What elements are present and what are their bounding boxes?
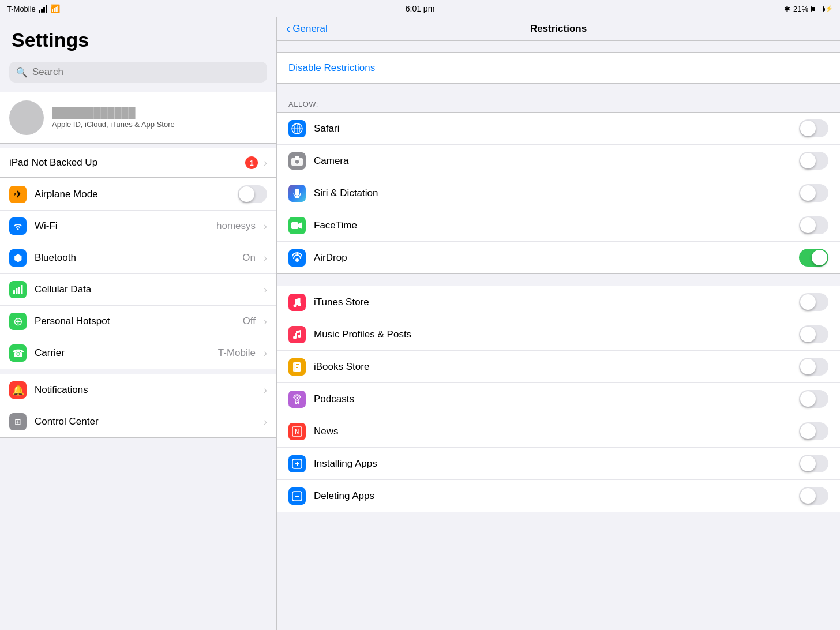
airdrop-icon — [288, 249, 306, 267]
carrier-icon: ☎ — [9, 344, 27, 362]
disable-restrictions-row[interactable]: Disable Restrictions — [277, 53, 840, 83]
deleting-apps-toggle[interactable] — [799, 487, 828, 505]
bluetooth-icon: ✱ — [784, 5, 790, 13]
nav-back-button[interactable]: ‹ General — [286, 21, 328, 36]
backup-badge: 1 — [245, 156, 258, 169]
settings-item-bluetooth[interactable]: ⬢ Bluetooth On › — [0, 242, 276, 274]
control-center-icon: ⊞ — [9, 413, 27, 430]
search-bar[interactable]: 🔍 — [9, 62, 267, 82]
restriction-item-camera[interactable]: Camera — [277, 145, 840, 177]
ibooks-label: iBooks Store — [314, 361, 791, 373]
svg-text:N: N — [295, 429, 299, 435]
airplane-toggle[interactable] — [238, 185, 267, 203]
restrictions-panel: ‹ General Restrictions Disable Restricti… — [277, 17, 840, 630]
music-icon — [288, 326, 306, 343]
installing-apps-toggle[interactable] — [799, 455, 828, 472]
safari-label: Safari — [314, 123, 791, 134]
cellular-icon — [9, 281, 27, 298]
search-input[interactable] — [32, 66, 260, 78]
carrier-label: T-Mobile — [7, 5, 36, 13]
settings-item-control-center[interactable]: ⊞ Control Center › — [0, 406, 276, 437]
installing-apps-icon — [288, 455, 306, 472]
deleting-apps-icon — [288, 487, 306, 505]
safari-toggle[interactable] — [799, 119, 828, 137]
restriction-item-airdrop[interactable]: AirDrop — [277, 242, 840, 273]
profile-info: ████████████ Apple ID, iCloud, iTunes & … — [52, 107, 267, 129]
settings-item-carrier[interactable]: ☎ Carrier T-Mobile › — [0, 337, 276, 369]
settings-group-network: ✈ Airplane Mode Wi-Fi homesys › ⬢ Blueto… — [0, 178, 276, 369]
restriction-item-podcasts[interactable]: Podcasts — [277, 383, 840, 415]
svg-rect-16 — [291, 222, 298, 229]
svg-point-18 — [295, 258, 299, 262]
restriction-item-itunes[interactable]: iTunes Store — [277, 286, 840, 318]
profile-name: ████████████ — [52, 107, 267, 119]
siri-toggle[interactable] — [799, 184, 828, 202]
news-label: News — [314, 426, 791, 437]
hotspot-value: Off — [243, 316, 256, 327]
carrier-settings-value: T-Mobile — [218, 347, 256, 359]
restriction-item-deleting-apps[interactable]: Deleting Apps — [277, 480, 840, 512]
news-toggle[interactable] — [799, 422, 828, 440]
airdrop-label: AirDrop — [314, 252, 791, 264]
status-right: ✱ 21% ⚡ — [784, 5, 833, 13]
settings-item-notifications[interactable]: 🔔 Notifications › — [0, 374, 276, 406]
nav-bar: ‹ General Restrictions — [277, 17, 840, 41]
allow-section-header: ALLOW: — [277, 95, 840, 112]
settings-item-wifi[interactable]: Wi-Fi homesys › — [0, 211, 276, 242]
camera-toggle[interactable] — [799, 152, 828, 170]
hotspot-chevron: › — [264, 316, 267, 328]
wifi-label: Wi-Fi — [35, 220, 208, 232]
restriction-item-ibooks[interactable]: iBooks Store — [277, 351, 840, 383]
settings-panel: Settings 🔍 ████████████ Apple ID, iCloud… — [0, 17, 277, 630]
airplane-icon: ✈ — [9, 186, 27, 203]
store-items-group: iTunes Store Music Profiles — [277, 286, 840, 512]
wifi-icon: 📶 — [50, 4, 60, 13]
backup-row[interactable]: iPad Not Backed Up 1 › — [0, 148, 276, 178]
itunes-toggle[interactable] — [799, 293, 828, 311]
disable-restrictions-link[interactable]: Disable Restrictions — [288, 62, 375, 73]
signal-bar-2 — [41, 9, 43, 13]
disable-restrictions-group: Disable Restrictions — [277, 52, 840, 84]
control-center-chevron: › — [264, 416, 267, 428]
hotspot-icon: ⊕ — [9, 313, 27, 330]
restriction-item-installing-apps[interactable]: Installing Apps — [277, 448, 840, 480]
search-icon: 🔍 — [16, 67, 28, 78]
svg-marker-17 — [298, 222, 302, 229]
backup-label: iPad Not Backed Up — [9, 157, 239, 168]
siri-icon — [288, 185, 306, 202]
settings-item-airplane[interactable]: ✈ Airplane Mode — [0, 178, 276, 211]
signal-bars — [39, 5, 47, 13]
control-center-label: Control Center — [35, 416, 256, 427]
notifications-label: Notifications — [35, 384, 256, 396]
wifi-value: homesys — [216, 220, 256, 232]
deleting-apps-label: Deleting Apps — [314, 490, 791, 502]
svg-rect-30 — [296, 364, 299, 365]
signal-bar-1 — [39, 10, 40, 13]
settings-item-cellular[interactable]: Cellular Data › — [0, 274, 276, 306]
ibooks-toggle[interactable] — [799, 358, 828, 376]
music-toggle[interactable] — [799, 325, 828, 343]
facetime-toggle[interactable] — [799, 216, 828, 234]
podcasts-toggle[interactable] — [799, 390, 828, 408]
restriction-item-safari[interactable]: Safari — [277, 112, 840, 145]
restrictions-content: Disable Restrictions ALLOW: — [277, 41, 840, 535]
restriction-item-facetime[interactable]: FaceTime — [277, 209, 840, 242]
restriction-item-music[interactable]: Music Profiles & Posts — [277, 318, 840, 351]
chevron-icon: › — [264, 157, 267, 169]
safari-icon — [288, 120, 306, 137]
svg-rect-32 — [296, 367, 298, 368]
profile-section[interactable]: ████████████ Apple ID, iCloud, iTunes & … — [0, 92, 276, 144]
siri-label: Siri & Dictation — [314, 187, 791, 199]
signal-bar-4 — [46, 5, 47, 13]
restriction-item-news[interactable]: N News — [277, 415, 840, 448]
svg-rect-29 — [295, 362, 301, 372]
settings-group-system: 🔔 Notifications › ⊞ Control Center › — [0, 374, 276, 438]
main-layout: Settings 🔍 ████████████ Apple ID, iCloud… — [0, 17, 840, 630]
settings-item-hotspot[interactable]: ⊕ Personal Hotspot Off › — [0, 306, 276, 337]
avatar — [9, 100, 44, 135]
airdrop-toggle[interactable] — [799, 249, 828, 267]
restriction-item-siri[interactable]: Siri & Dictation — [277, 177, 840, 209]
wifi-settings-icon — [9, 217, 27, 235]
itunes-label: iTunes Store — [314, 297, 791, 308]
podcasts-icon — [288, 391, 306, 408]
